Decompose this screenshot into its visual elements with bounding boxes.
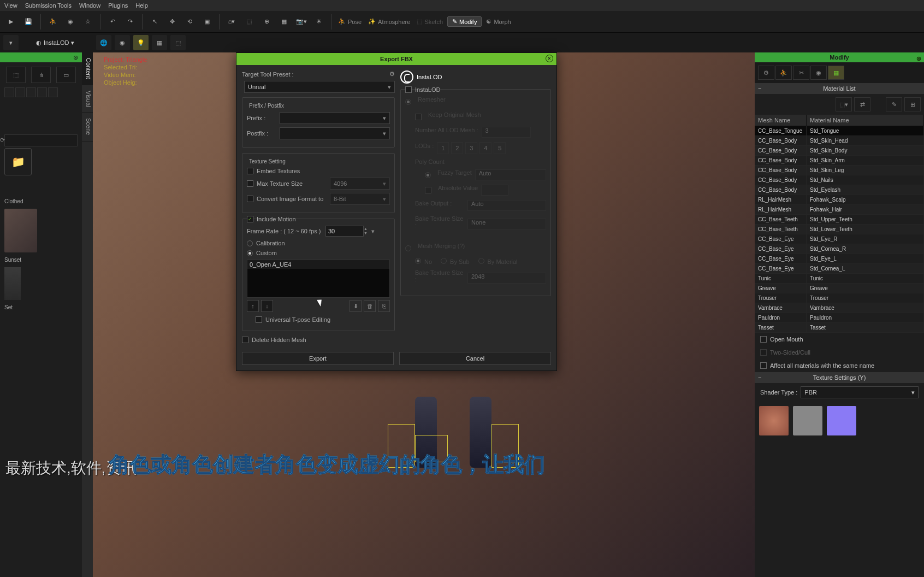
tex-icon[interactable]: ⬚ xyxy=(170,35,186,50)
close-icon[interactable]: ⊗ xyxy=(73,54,80,61)
table-row[interactable]: CC_Base_BodyStd_Skin_Head xyxy=(755,136,924,146)
viewport[interactable]: Project: Triangle Selected Tri: Video Me… xyxy=(93,52,755,577)
menu-plugins[interactable]: Plugins xyxy=(108,2,128,9)
table-row[interactable]: TunicTunic xyxy=(755,274,924,284)
collapse-icon[interactable]: − xyxy=(758,85,761,92)
postfix-dropdown[interactable] xyxy=(280,127,390,139)
modify-close-icon[interactable]: ⊗ xyxy=(915,54,922,60)
filter-4[interactable] xyxy=(37,87,47,97)
rp-icon-5[interactable]: ▦ xyxy=(828,66,844,80)
frame-icon[interactable]: ⬚ xyxy=(241,14,257,30)
table-row[interactable]: CC_Base_TeethStd_Lower_Teeth xyxy=(755,225,924,234)
export-button[interactable]: Export xyxy=(242,352,394,365)
pose-button[interactable]: ⛹Pose xyxy=(336,18,364,25)
thumb-sunset[interactable] xyxy=(4,267,21,300)
table-row[interactable]: CC_Base_BodyStd_Nails xyxy=(755,175,924,185)
shader-dropdown[interactable]: PBR xyxy=(801,386,919,398)
table-row[interactable]: CC_Base_TongueStd_Tongue xyxy=(755,126,924,136)
tab-content[interactable]: Content xyxy=(82,52,93,85)
undo-icon[interactable]: ↶ xyxy=(105,14,120,30)
rp-icon-1[interactable]: ⚙ xyxy=(758,66,774,80)
tab-visual[interactable]: Visual xyxy=(82,85,93,113)
convert-dropdown[interactable]: 8-Bit xyxy=(330,193,390,205)
play-icon[interactable]: ▶ xyxy=(3,14,19,30)
table-row[interactable]: RL_HairMeshFohawk_Hair xyxy=(755,205,924,215)
rotate-icon[interactable]: ⟲ xyxy=(182,14,197,30)
orbit-icon[interactable]: ◉ xyxy=(63,14,78,30)
morph-button[interactable]: ☯Morph xyxy=(484,18,513,25)
instalod-badge[interactable]: ◐InstaLOD▾ xyxy=(32,39,79,46)
texture-thumb-1[interactable] xyxy=(759,406,789,435)
calibration-radio[interactable] xyxy=(247,240,253,246)
world-icon[interactable]: 🌐 xyxy=(96,35,111,50)
table-row[interactable]: VambraceVambrace xyxy=(755,303,924,313)
scale-icon[interactable]: ▣ xyxy=(199,14,215,30)
table-row[interactable]: CC_Base_EyeStd_Cornea_L xyxy=(755,264,924,274)
mat-btn-1[interactable]: ⬚▾ xyxy=(836,97,852,111)
filter-1[interactable] xyxy=(4,87,14,97)
expand-icon[interactable]: ⊕ xyxy=(259,14,274,30)
refresh-icon[interactable]: ⟳ xyxy=(0,137,75,144)
tpose-checkbox[interactable] xyxy=(256,316,262,323)
table-row[interactable]: CC_Base_BodyStd_Eyelash xyxy=(755,185,924,195)
table-row[interactable]: CC_Base_BodyStd_Skin_Arm xyxy=(755,156,924,166)
filter-5[interactable] xyxy=(48,87,58,97)
pose-icon[interactable]: ⛹ xyxy=(45,14,61,30)
motion-item[interactable]: 0_Open A_UE4 xyxy=(247,260,389,269)
maxtex-checkbox[interactable] xyxy=(247,180,253,187)
motion-list[interactable]: 0_Open A_UE4 xyxy=(247,260,390,298)
motion-up[interactable]: ↑ xyxy=(247,300,259,312)
menu-help[interactable]: Help xyxy=(135,2,148,9)
grid-icon[interactable]: ▦ xyxy=(152,35,167,50)
table-row[interactable]: RL_HairMeshFohawk_Scalp xyxy=(755,195,924,205)
maxtex-dropdown[interactable]: 4096 xyxy=(330,178,390,190)
camera-icon[interactable]: 📷▾ xyxy=(294,14,309,30)
table-row[interactable]: TassetTasset xyxy=(755,323,924,333)
table-row[interactable]: CC_Base_EyeStd_Eye_L xyxy=(755,254,924,264)
rp-icon-3[interactable]: ✂ xyxy=(793,66,809,80)
custom-radio[interactable] xyxy=(247,250,253,256)
gear-icon[interactable]: ⚙ xyxy=(389,70,395,78)
mat-btn-4[interactable]: ⊞ xyxy=(904,97,921,111)
home-icon[interactable]: ⌂▾ xyxy=(224,14,239,30)
mesh-name-header[interactable]: Mesh Name xyxy=(755,115,807,126)
folder-icon[interactable]: 📁 xyxy=(4,148,32,175)
figure-icon[interactable]: ☆ xyxy=(80,14,96,30)
content-icon-2[interactable]: ⋔ xyxy=(31,67,51,83)
mat-btn-3[interactable]: ✎ xyxy=(886,97,902,111)
instalod-checkbox[interactable] xyxy=(405,86,412,93)
light-icon[interactable]: 💡 xyxy=(133,35,149,50)
material-list-header[interactable]: −Material List xyxy=(755,83,924,94)
affect-all-checkbox[interactable] xyxy=(760,362,767,369)
table-row[interactable]: CC_Base_TeethStd_Upper_Teeth xyxy=(755,215,924,225)
menu-window[interactable]: Window xyxy=(79,2,100,9)
spinner-icon[interactable]: ▲▼ xyxy=(364,227,370,235)
menu-view[interactable]: View xyxy=(4,2,17,9)
box-icon[interactable]: ▦ xyxy=(276,14,292,30)
table-row[interactable]: CC_Base_BodyStd_Skin_Leg xyxy=(755,166,924,175)
convert-checkbox[interactable] xyxy=(247,196,253,202)
preset-dropdown[interactable]: Unreal xyxy=(244,81,395,93)
texture-settings-header[interactable]: −Texture Settings (Y) xyxy=(755,372,924,383)
filter-3[interactable] xyxy=(26,87,36,97)
sketch-button[interactable]: ⬚Sketch xyxy=(414,18,445,25)
texture-thumb-2[interactable] xyxy=(793,406,822,435)
content-icon-1[interactable]: ⬚ xyxy=(6,67,26,83)
rp-icon-4[interactable]: ◉ xyxy=(810,66,827,80)
copy-icon[interactable]: ⎘ xyxy=(378,300,390,312)
collapse-icon-2[interactable]: − xyxy=(758,374,761,381)
motion-checkbox[interactable] xyxy=(247,216,253,222)
import-icon[interactable]: ⬇ xyxy=(350,300,362,312)
motion-down[interactable]: ↓ xyxy=(261,300,273,312)
tab-scene[interactable]: Scene xyxy=(82,113,93,141)
content-icon-3[interactable]: ▭ xyxy=(56,67,76,83)
framerate-input[interactable] xyxy=(325,226,364,237)
cancel-button[interactable]: Cancel xyxy=(399,352,551,365)
embed-checkbox[interactable] xyxy=(247,168,253,174)
filter-2[interactable] xyxy=(15,87,25,97)
delete-hidden-checkbox[interactable] xyxy=(242,337,248,343)
texture-thumb-3[interactable] xyxy=(827,406,856,435)
select-icon[interactable]: ↖ xyxy=(147,14,162,30)
modify-button[interactable]: ✎Modify xyxy=(447,16,482,27)
table-row[interactable]: TrouserTrouser xyxy=(755,293,924,303)
